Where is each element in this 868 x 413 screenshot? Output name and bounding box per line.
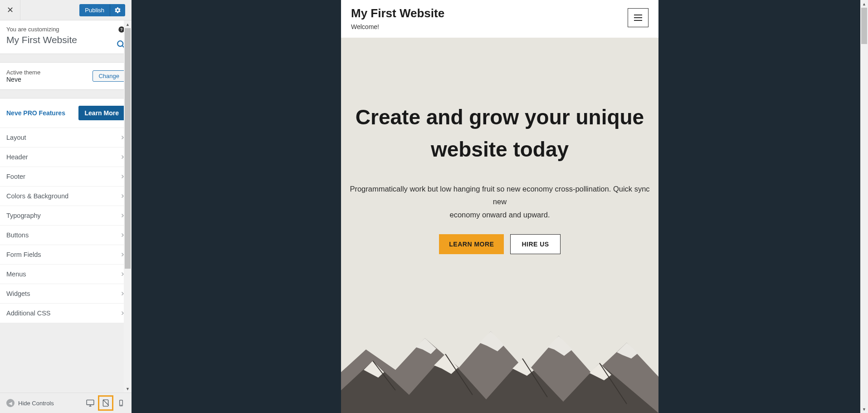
publish-settings-button[interactable] xyxy=(110,4,125,16)
svg-rect-4 xyxy=(87,400,94,404)
publish-button-group: Publish xyxy=(79,4,125,16)
sidebar-item-label: Colors & Background xyxy=(6,192,68,200)
pro-features-label: Neve PRO Features xyxy=(6,109,65,117)
sidebar-item-label: Layout xyxy=(6,134,26,141)
sidebar-item-menus[interactable]: Menus xyxy=(0,265,132,284)
active-theme-label: Active theme xyxy=(6,69,40,76)
hero-cta-learn-more[interactable]: LEARN MORE xyxy=(439,234,504,254)
preview-area: My First Website Welcome! Create and gro… xyxy=(132,0,868,413)
sidebar-site-title: My First Website xyxy=(6,34,125,45)
svg-point-10 xyxy=(121,405,121,405)
sidebar-bottom-bar: ◀ Hide Controls xyxy=(0,393,132,413)
sidebar-content: ? You are customizing My First Website A… xyxy=(0,20,132,323)
active-theme-name: Neve xyxy=(6,76,40,83)
sidebar-item-label: Additional CSS xyxy=(6,310,51,317)
sidebar-item-colors-background[interactable]: Colors & Background xyxy=(0,187,132,206)
svg-line-8 xyxy=(103,400,108,405)
app-root: ✕ Publish ? You are customizing xyxy=(0,0,868,413)
close-icon: ✕ xyxy=(7,5,14,15)
sidebar-item-label: Header xyxy=(6,153,28,161)
svg-text:?: ? xyxy=(120,27,122,32)
scrollbar-thumb[interactable] xyxy=(125,28,131,269)
sidebar-item-label: Buttons xyxy=(6,231,29,239)
preview-scrollbar[interactable]: ▲ ▼ xyxy=(860,0,868,413)
sidebar-item-label: Widgets xyxy=(6,290,30,297)
sidebar-top-bar: ✕ Publish xyxy=(0,0,132,20)
svg-point-2 xyxy=(117,41,123,46)
gear-icon xyxy=(114,7,121,14)
sidebar-item-header[interactable]: Header xyxy=(0,148,132,167)
preview-site-title[interactable]: My First Website xyxy=(351,6,444,20)
device-preview-buttons xyxy=(83,395,129,411)
tablet-preview-frame: My First Website Welcome! Create and gro… xyxy=(341,0,658,413)
scroll-down-icon[interactable]: ▼ xyxy=(860,405,868,413)
active-theme-block: Active theme Neve Change xyxy=(0,62,132,90)
device-desktop-button[interactable] xyxy=(83,395,98,411)
change-theme-button[interactable]: Change xyxy=(93,70,125,82)
hide-controls-label: Hide Controls xyxy=(18,400,54,407)
hero-section: Create and grow your unique website toda… xyxy=(341,38,658,413)
hero-content: Create and grow your unique website toda… xyxy=(341,38,658,254)
sidebar-item-label: Typography xyxy=(6,212,41,219)
section-gap xyxy=(0,90,132,98)
sidebar-item-label: Menus xyxy=(6,270,26,278)
site-info-block: ? You are customizing My First Website xyxy=(0,20,132,54)
sidebar-item-label: Form Fields xyxy=(6,251,41,258)
hero-mountain-image xyxy=(341,304,658,413)
hero-paragraph: Programmatically work but low hanging fr… xyxy=(346,182,654,222)
sidebar-item-widgets[interactable]: Widgets xyxy=(0,284,132,304)
sidebar-item-typography[interactable]: Typography xyxy=(0,206,132,226)
collapse-icon: ◀ xyxy=(6,399,15,407)
customizer-sidebar: ✕ Publish ? You are customizing xyxy=(0,0,132,413)
sidebar-item-form-fields[interactable]: Form Fields xyxy=(0,245,132,265)
hide-controls-button[interactable]: ◀ Hide Controls xyxy=(3,399,58,407)
sidebar-item-label: Footer xyxy=(6,173,25,180)
sidebar-item-buttons[interactable]: Buttons xyxy=(0,226,132,245)
desktop-icon xyxy=(86,398,95,408)
sidebar-scrollbar[interactable]: ▲ ▼ xyxy=(124,20,132,393)
hero-heading: Create and grow your unique website toda… xyxy=(355,101,645,166)
scrollbar-thumb[interactable] xyxy=(861,8,867,44)
tablet-icon xyxy=(102,399,110,407)
hamburger-icon xyxy=(634,17,642,18)
scroll-up-icon[interactable]: ▲ xyxy=(124,20,132,28)
sidebar-item-footer[interactable]: Footer xyxy=(0,167,132,187)
device-mobile-button[interactable] xyxy=(113,395,129,411)
device-tablet-button[interactable] xyxy=(98,395,113,411)
publish-button[interactable]: Publish xyxy=(79,4,110,16)
learn-more-button[interactable]: Learn More xyxy=(78,106,125,120)
sidebar-scroll-area: ? You are customizing My First Website A… xyxy=(0,20,132,393)
sidebar-item-layout[interactable]: Layout xyxy=(0,128,132,148)
section-gap xyxy=(0,54,132,62)
preview-site-header: My First Website Welcome! xyxy=(341,0,658,38)
hero-cta-row: LEARN MORE HIRE US xyxy=(341,234,658,254)
customizing-label: You are customizing xyxy=(6,26,125,33)
preview-tagline: Welcome! xyxy=(351,23,444,30)
mobile-icon xyxy=(117,399,125,407)
pro-features-row: Neve PRO Features Learn More xyxy=(0,98,132,128)
scroll-up-icon[interactable]: ▲ xyxy=(860,0,868,8)
hero-cta-hire-us[interactable]: HIRE US xyxy=(510,234,560,254)
mobile-menu-button[interactable] xyxy=(628,8,649,27)
scroll-down-icon[interactable]: ▼ xyxy=(124,385,132,393)
sidebar-item-additional-css[interactable]: Additional CSS xyxy=(0,304,132,323)
close-customizer-button[interactable]: ✕ xyxy=(0,0,20,20)
preview-site-titles: My First Website Welcome! xyxy=(351,6,444,30)
